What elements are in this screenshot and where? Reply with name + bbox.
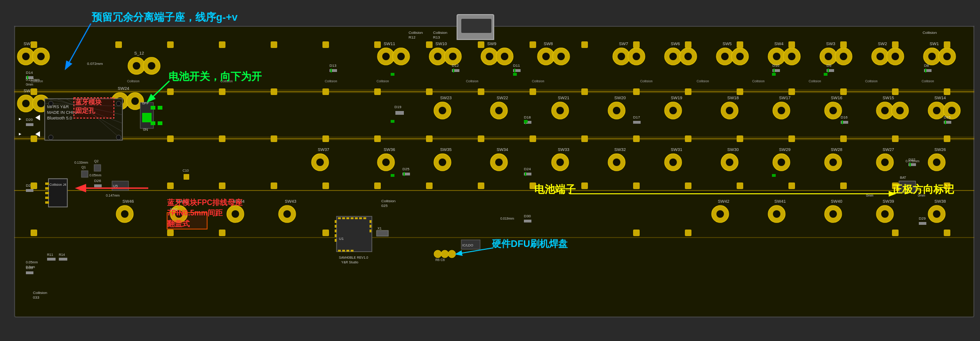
annotation-battery-switch-text: 电池开关，向下为开: [169, 70, 262, 84]
usb-connector: [457, 14, 494, 40]
fpc-line1: 蓝牙模块FPC排线母座: [167, 198, 242, 206]
bt-label-line2: 固定孔: [75, 107, 95, 114]
fpc-line3: 翻盖式: [167, 220, 190, 228]
annotation-fpc-label: 蓝牙模块FPC排线母座 7PIN0.5mm间距 翻盖式: [167, 198, 242, 229]
bt-label-line1: 蓝牙模块: [75, 98, 102, 106]
pcb-container: SW1 SW2 SW3 SW4: [0, 0, 980, 341]
annotation-terminal-text: 预留冗余分离端子座，线序g-+v: [92, 10, 238, 24]
pcb-board: [14, 26, 974, 317]
annotation-battery-terminal: 电池端子: [534, 182, 576, 197]
annotation-bt-module-label: 蓝牙模块 固定孔: [75, 98, 102, 115]
fpc-line2: 7PIN0.5mm间距: [167, 209, 223, 217]
usb-port-inner: [461, 19, 491, 33]
annotation-positive-direction: 正极方向标记: [892, 182, 954, 197]
annotation-dfu: 硬件DFU刷机焊盘: [492, 238, 568, 250]
